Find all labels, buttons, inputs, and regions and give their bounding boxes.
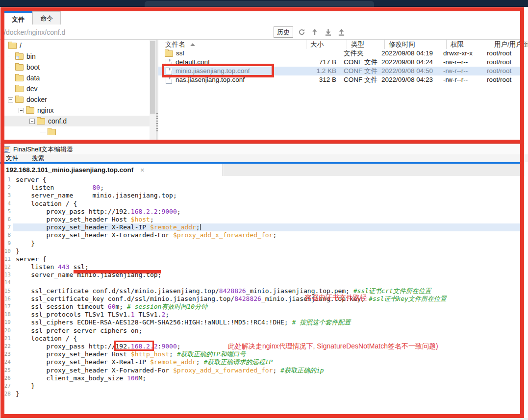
column-header-owner[interactable]: 用户/用户组	[490, 40, 528, 49]
file-owner: root/root	[483, 67, 521, 75]
code-text: proxy_set_header X-Real-IP $remote_addr;	[13, 223, 521, 231]
folder-icon	[15, 86, 24, 92]
column-header-type[interactable]: 类型	[347, 40, 384, 49]
bottom-strip	[0, 418, 528, 420]
code-line-12[interactable]: 12 listen 443 ssl;	[0, 263, 521, 271]
code-line-3[interactable]: 3 server_name minio.jiasenjiang.top;	[0, 192, 521, 199]
download-icon[interactable]	[324, 27, 332, 37]
file-row-nas.jiasenjiang.top.conf[interactable]: nas.jiasenjiang.top.conf312 BCONF 文件2022…	[158, 75, 521, 84]
code-line-23[interactable]: 23 proxy_set_header Host $http_host; #获取…	[0, 350, 521, 358]
menu-item-搜索[interactable]: 搜索	[32, 154, 44, 163]
code-line-22[interactable]: 22 proxy_pass http://192.168.2.2:9000;	[0, 343, 521, 350]
column-header-size[interactable]: 大小	[306, 40, 347, 49]
code-line-2[interactable]: 2 listen 80;	[0, 184, 521, 192]
code-text: proxy_set_header X-Forwarded-For $proxy_…	[13, 367, 521, 374]
tree-collapse-icon[interactable]	[28, 119, 35, 124]
editor-app-icon	[3, 146, 10, 153]
tree-item-partial[interactable]	[3, 126, 150, 137]
code-line-15[interactable]: 15 ssl_certificate conf.d/ssl/minio.jias…	[0, 287, 521, 295]
code-line-5[interactable]: 5 proxy_pass http://192.168.2.2:9000;	[0, 208, 521, 216]
tree-scrollbar-thumb[interactable]	[150, 41, 155, 114]
code-text: proxy_set_header Host $host;	[13, 216, 521, 223]
file-owner: root/root	[483, 49, 521, 58]
tree-item-docker[interactable]: docker	[3, 94, 150, 105]
line-number: 15	[0, 287, 13, 295]
code-line-10[interactable]: 10}	[0, 247, 521, 255]
tree-item-label: data	[26, 74, 40, 82]
code-line-16[interactable]: 16 ssl_certificate_key conf.d/ssl/minio.…	[0, 295, 521, 303]
folder-icon	[15, 64, 24, 71]
code-line-20[interactable]: 20 ssl_prefer_server_ciphers on;	[0, 327, 521, 335]
file-icon	[166, 68, 172, 75]
file-mtime: 2022/09/08 04:19	[377, 49, 439, 58]
refresh-icon[interactable]	[297, 27, 306, 37]
column-header-perm[interactable]: 权限	[446, 40, 490, 49]
code-line-17[interactable]: 17 ssl_session_timeout 60m; # session有效时…	[0, 303, 521, 311]
code-line-26[interactable]: 26 client_max_body_size 100M;	[0, 374, 521, 382]
fm-tab-文件[interactable]: 文件	[4, 11, 32, 25]
code-line-6[interactable]: 6 proxy_set_header Host $host;	[0, 216, 521, 223]
code-line-13[interactable]: 13 server_name minio.jiasenjiang.top;	[0, 271, 521, 279]
folder-icon	[8, 43, 17, 49]
code-line-8[interactable]: 8 proxy_set_header X-Forwarded-For $prox…	[0, 231, 521, 239]
code-line-7[interactable]: 7 proxy_set_header X-Real-IP $remote_add…	[0, 223, 521, 231]
file-perm: -rw-r--r--	[439, 75, 483, 84]
file-size: 312 B	[299, 75, 340, 84]
code-text: server {	[13, 176, 521, 184]
upload-icon[interactable]	[337, 27, 346, 37]
code-text: ssl_session_timeout 60m; # session有效时间10…	[13, 303, 521, 311]
code-text: server_name minio.jiasenjiang.top;	[13, 271, 521, 279]
file-manager-tabs: 文件命令	[4, 11, 61, 25]
editor-tab[interactable]: 192.168.2.101_minio.jiasenjiang.top.conf…	[0, 164, 223, 176]
tree-item-nginx[interactable]: nginx	[3, 105, 150, 116]
tree-scrollbar[interactable]	[150, 40, 156, 144]
tree-collapse-icon[interactable]	[18, 108, 25, 113]
code-line-28[interactable]: 28}	[0, 390, 521, 398]
line-number: 17	[0, 303, 13, 311]
file-row-minio.jiasenjiang.top.conf[interactable]: minio.jiasenjiang.top.conf1.2 KBCONF 文件2…	[158, 67, 521, 75]
code-text: }	[13, 240, 521, 247]
code-line-11[interactable]: 11server {	[0, 255, 521, 263]
folder-icon	[15, 53, 24, 60]
code-text: client_max_body_size 100M;	[13, 374, 521, 382]
code-line-24[interactable]: 24 proxy_set_header X-Real-IP $remote_ad…	[0, 358, 521, 366]
editor-window-titlebar[interactable]: FinalShell文本编辑器	[0, 144, 525, 155]
code-line-25[interactable]: 25 proxy_set_header X-Forwarded-For $pro…	[0, 367, 521, 374]
code-line-14[interactable]: 14	[0, 279, 521, 287]
code-line-4[interactable]: 4 location / {	[0, 200, 521, 208]
tree-item-dev[interactable]: dev	[3, 83, 150, 94]
tree-collapse-icon[interactable]	[7, 97, 14, 102]
code-line-18[interactable]: 18 ssl_protocols TLSv1 TLSv1.1 TLSv1.2;	[0, 311, 521, 319]
code-line-1[interactable]: 1server {	[0, 176, 521, 184]
code-line-19[interactable]: 19 ssl_ciphers ECDHE-RSA-AES128-GCM-SHA2…	[0, 319, 521, 326]
file-list-header: 文件名 大小 类型 修改时间 权限 用户/用户组	[158, 40, 521, 49]
menu-item-文件[interactable]: 文件	[6, 154, 18, 163]
code-line-21[interactable]: 21 location / {	[0, 335, 521, 343]
code-editor[interactable]: 1server {2 listen 80;3 server_name minio…	[0, 176, 521, 418]
tree-item-/[interactable]: /	[3, 40, 150, 51]
tree-item-boot[interactable]: boot	[3, 62, 150, 73]
tree-item-data[interactable]: data	[3, 73, 150, 83]
code-text: proxy_pass http://192.168.2.2:9000;	[13, 208, 521, 216]
code-line-9[interactable]: 9 }	[0, 240, 521, 247]
code-text: listen 443 ssl;	[13, 263, 521, 271]
line-number: 20	[0, 327, 13, 335]
fm-tab-命令[interactable]: 命令	[32, 11, 61, 25]
path-input[interactable]: /docker/nginx/conf.d	[4, 27, 271, 38]
history-button[interactable]: 历史	[274, 26, 293, 38]
column-header-name[interactable]: 文件名	[158, 40, 306, 49]
line-number: 28	[0, 390, 13, 398]
up-arrow-icon[interactable]	[310, 27, 319, 37]
tree-item-bin[interactable]: bin	[3, 51, 150, 62]
file-row-default.conf[interactable]: default.conf717 BCONF 文件2022/09/08 04:24…	[158, 58, 521, 67]
host-window-tab	[145, 1, 374, 7]
file-type: 文件夹	[340, 49, 377, 58]
editor-tab-label: 192.168.2.101_minio.jiasenjiang.top.conf	[6, 166, 133, 173]
tab-close-icon[interactable]: ×	[140, 167, 144, 173]
tree-item-conf.d[interactable]: conf.d	[3, 116, 150, 126]
column-header-mtime[interactable]: 修改时间	[384, 40, 446, 49]
file-row-ssl[interactable]: ssl文件夹2022/09/08 04:19drwxr-xr-xroot/roo…	[158, 49, 521, 58]
line-number: 18	[0, 311, 13, 319]
editor-window-title: FinalShell文本编辑器	[13, 145, 73, 154]
code-line-27[interactable]: 27 }	[0, 382, 521, 390]
